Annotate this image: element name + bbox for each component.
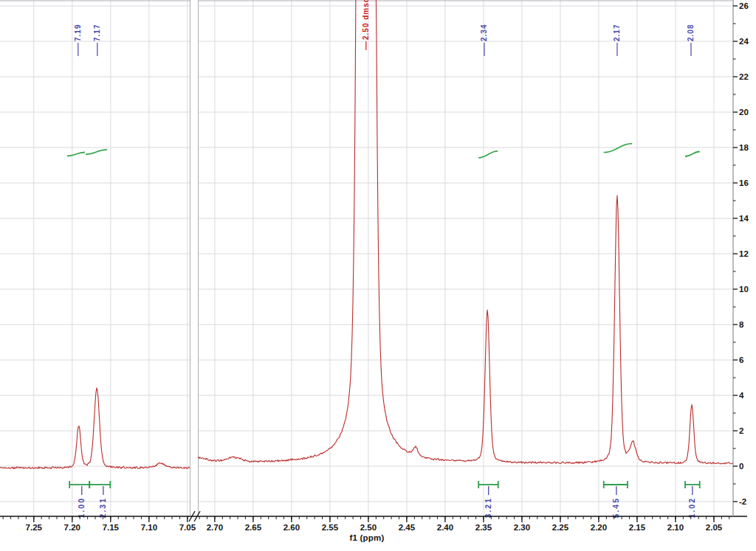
integral-curve: [478, 151, 498, 158]
x-axis-tick-label: 2.35: [475, 523, 492, 532]
x-axis-tick-label: 2.50: [360, 523, 377, 532]
y-axis-tick-label: 2: [739, 426, 743, 435]
trace-aliphatic-region: [198, 0, 733, 464]
x-axis-tick-label: 7.05: [179, 523, 196, 532]
x-axis-tick-label: 2.30: [514, 523, 530, 532]
integral-value: 2.31: [98, 497, 107, 518]
y-axis-tick-label: -2: [739, 497, 746, 506]
integral-value: 1.02: [687, 497, 696, 518]
y-axis-tick-label: 12: [739, 249, 749, 258]
x-axis-tick-label: 2.05: [706, 523, 723, 532]
y-axis-tick-label: 18: [739, 143, 749, 152]
y-axis-tick-label: 24: [739, 37, 749, 46]
x-axis-tick-label: 2.25: [552, 523, 569, 532]
x-axis-tick-label: 7.10: [141, 523, 157, 532]
integral-value: 1.00: [77, 497, 86, 518]
y-axis-tick-label: 16: [739, 179, 749, 187]
x-axis-tick-label: 2.70: [207, 523, 223, 532]
peak-label[interactable]: 2.34: [480, 24, 488, 41]
peak-label[interactable]: 2.08: [687, 24, 695, 41]
x-axis: 7.257.207.157.107.052.702.652.602.552.50…: [0, 511, 747, 532]
peak-label[interactable]: 7.19: [74, 24, 82, 41]
integral-curve: [67, 152, 85, 156]
trace-aromatic-region: [0, 388, 190, 469]
integral-curves: [67, 144, 700, 158]
x-axis-tick-label: 7.15: [103, 523, 120, 532]
x-axis-tick-label: 2.45: [399, 523, 416, 532]
integral-value: 5.45: [611, 497, 620, 518]
integral-curve: [685, 152, 700, 156]
y-axis-tick-label: 22: [739, 72, 749, 81]
y-axis-tick-label: 0: [739, 462, 743, 471]
x-axis-tick-label: 7.25: [26, 523, 43, 532]
y-axis: -202468101214161820222426: [733, 0, 749, 516]
x-axis-tick-label: 7.20: [64, 523, 80, 532]
x-axis-tick-label: 2.20: [591, 523, 607, 532]
integral-regions: 1.002.313.215.451.02: [69, 481, 700, 518]
x-axis-title: f1 (ppm): [323, 533, 411, 542]
y-axis-tick-label: 26: [739, 1, 749, 10]
x-axis-tick-label: 2.55: [322, 523, 339, 532]
x-axis-tick-label: 2.40: [437, 523, 453, 532]
integral-curve: [604, 144, 632, 153]
y-axis-tick-label: 4: [739, 391, 744, 400]
y-axis-tick-label: 8: [739, 320, 744, 329]
x-axis-tick-label: 2.65: [245, 523, 262, 532]
x-axis-tick-label: 2.15: [629, 523, 646, 532]
y-axis-tick-label: 14: [739, 214, 749, 223]
integral-curve: [86, 150, 107, 154]
peak-label[interactable]: 7.17: [93, 24, 101, 41]
x-axis-tick-label: 2.10: [667, 523, 684, 532]
integral-value: 3.21: [484, 497, 492, 518]
y-axis-tick-label: 20: [739, 108, 749, 117]
peak-labels: 7.197.172.50 dmso2.342.172.08: [74, 0, 695, 56]
peak-label[interactable]: 2.17: [613, 24, 621, 41]
y-axis-tick-label: 10: [739, 285, 749, 294]
spectrum-trace: [0, 0, 733, 469]
solvent-peak-label[interactable]: 2.50 dmso: [362, 0, 370, 40]
y-axis-tick-label: 6: [739, 356, 743, 364]
nmr-spectrum-view[interactable]: 1.002.313.215.451.027.197.172.50 dmso2.3…: [0, 0, 756, 551]
spectrum-canvas: 1.002.313.215.451.027.197.172.50 dmso2.3…: [0, 0, 756, 551]
x-axis-tick-label: 2.60: [284, 523, 300, 532]
